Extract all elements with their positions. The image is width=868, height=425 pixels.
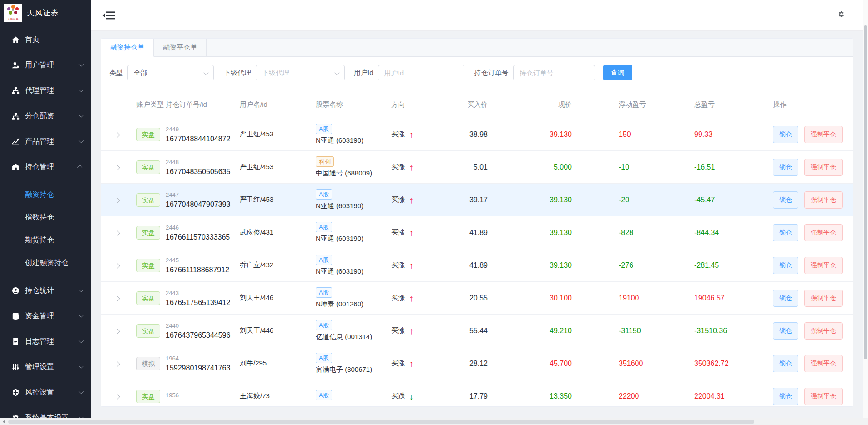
chevron-down-icon — [79, 415, 84, 418]
sidebar-item-product-management[interactable]: 产品管理 — [0, 129, 91, 154]
type-select-value: 全部 — [134, 69, 147, 77]
lock-position-button[interactable]: 锁仓 — [773, 257, 798, 274]
force-close-button[interactable]: 强制平仓 — [804, 355, 843, 372]
force-close-button[interactable]: 强制平仓 — [804, 290, 843, 307]
lock-position-button[interactable]: 锁仓 — [773, 159, 798, 176]
force-close-button[interactable]: 强制平仓 — [804, 159, 843, 176]
column-header: 持仓订单号/id — [166, 100, 240, 110]
lock-position-button[interactable]: 锁仓 — [773, 322, 798, 340]
floating-pl: 19100 — [572, 294, 691, 302]
table-row: 实盘 2449 1677048844104872 严卫红/453 A股 N亚通 … — [101, 118, 853, 150]
force-close-button[interactable]: 强制平仓 — [804, 191, 843, 209]
expand-row-icon[interactable] — [115, 165, 120, 170]
user-name-id: 刘天王/446 — [240, 326, 316, 335]
user-name-id: 武应俊/431 — [240, 228, 316, 237]
user-id-input[interactable] — [378, 65, 464, 80]
total-pl: -45.47 — [691, 196, 767, 204]
table-row: 实盘 2446 1676611570333365 武应俊/431 A股 N亚通 … — [101, 216, 853, 249]
direction-arrow-icon: ↑ — [409, 130, 414, 139]
column-header: 账户类型 — [136, 100, 166, 110]
sidebar-item-funds-management[interactable]: 资金管理 — [0, 303, 91, 329]
sidebar-item-allocation[interactable]: 分仓配资 — [0, 103, 91, 129]
order-no-input[interactable] — [513, 65, 595, 80]
agent-select[interactable]: 下级代理 — [256, 65, 345, 80]
order-no: 2446 — [166, 224, 240, 231]
chevron-down-icon — [79, 364, 84, 369]
expand-row-icon[interactable] — [115, 230, 120, 235]
stock-name: N亚通 (603190) — [316, 202, 363, 210]
buy-price: 41.89 — [454, 261, 488, 270]
collapse-sidebar-icon[interactable] — [102, 10, 115, 21]
tab-financing-holdings[interactable]: 融资持仓单 — [101, 39, 154, 57]
sidebar-subitem-index-position[interactable]: 指数持仓 — [0, 206, 91, 229]
current-price: 39.130 — [488, 196, 572, 204]
lock-position-button[interactable]: 锁仓 — [773, 355, 798, 372]
sidebar-subitem-futures-position[interactable]: 期货持仓 — [0, 229, 91, 251]
expand-row-icon[interactable] — [115, 296, 120, 301]
log-icon — [12, 338, 20, 345]
sidebar-subitem-label: 创建融资持仓 — [25, 258, 69, 268]
expand-row-icon[interactable] — [115, 263, 120, 268]
lock-position-button[interactable]: 锁仓 — [773, 191, 798, 209]
scroll-left-icon[interactable] — [0, 418, 7, 425]
sidebar-item-log-management[interactable]: 日志管理 — [0, 329, 91, 354]
sidebar-submenu: 融资持仓 指数持仓 期货持仓 创建融资持仓 — [0, 180, 91, 278]
current-price: 39.130 — [488, 130, 572, 139]
sidebar-item-agent-management[interactable]: 代理管理 — [0, 78, 91, 103]
table-row: 实盘 2448 1677048350505635 严卫红/453 科创 中国通号… — [101, 150, 853, 183]
total-pl: 22004.31 — [691, 392, 767, 400]
vertical-scrollbar[interactable] — [863, 0, 868, 418]
sidebar-item-home[interactable]: 首页 — [0, 27, 91, 52]
sidebar-item-user-management[interactable]: 用户管理 — [0, 52, 91, 78]
sidebar-item-label: 持仓管理 — [25, 162, 54, 172]
sidebar-item-risk-settings[interactable]: 风控设置 — [0, 380, 91, 405]
lock-position-button[interactable]: 锁仓 — [773, 126, 798, 143]
search-button[interactable]: 查询 — [603, 65, 632, 80]
stock-name: 富满电子 (300671) — [316, 365, 372, 374]
direction-label: 买涨 — [391, 359, 405, 368]
buy-price: 20.55 — [454, 294, 488, 302]
force-close-button[interactable]: 强制平仓 — [804, 126, 843, 143]
lock-position-button[interactable]: 锁仓 — [773, 290, 798, 307]
settings-icon[interactable] — [838, 11, 845, 18]
type-select[interactable]: 全部 — [127, 65, 214, 80]
order-no: 2447 — [166, 191, 240, 198]
force-close-button[interactable]: 强制平仓 — [804, 257, 843, 274]
stock-name: N亚通 (603190) — [316, 235, 363, 243]
expand-row-icon[interactable] — [115, 361, 120, 366]
force-close-button[interactable]: 强制平仓 — [804, 388, 843, 405]
market-tag: A股 — [316, 189, 332, 200]
account-type-badge: 实盘 — [136, 390, 160, 403]
sidebar-item-position-management[interactable]: 持仓管理 — [0, 154, 91, 180]
funds-icon — [12, 312, 20, 320]
direction-label: 买涨 — [391, 130, 405, 139]
total-pl: 350362.72 — [691, 360, 767, 368]
column-header: 现价 — [488, 100, 572, 110]
sidebar-item-label: 用户管理 — [25, 60, 54, 70]
lock-position-button[interactable]: 锁仓 — [773, 224, 798, 241]
expand-row-icon[interactable] — [115, 329, 120, 334]
force-close-button[interactable]: 强制平仓 — [804, 224, 843, 241]
tab-financing-closed[interactable]: 融资平仓单 — [154, 39, 207, 56]
sidebar-subitem-create-financing-position[interactable]: 创建融资持仓 — [0, 251, 91, 274]
order-no: 1964 — [166, 355, 240, 362]
market-tag: A股 — [316, 124, 332, 134]
app-window: 天风证券 天风证券 首页 用户管理 代理管理 分仓配资 产品管理 持仓管理 融资… — [0, 0, 868, 425]
horizontal-scrollbar-thumb[interactable] — [8, 420, 754, 424]
table-row: 实盘 2443 1676517565139412 刘天王/446 A股 N坤泰 … — [101, 281, 853, 314]
account-type-badge: 实盘 — [136, 291, 160, 305]
sidebar-item-admin-settings[interactable]: 管理设置 — [0, 354, 91, 380]
horizontal-scrollbar[interactable] — [0, 418, 868, 425]
expand-row-icon[interactable] — [115, 132, 120, 137]
sidebar-item-position-stats[interactable]: 持仓统计 — [0, 278, 91, 303]
chevron-down-icon — [79, 62, 84, 67]
expand-row-icon[interactable] — [115, 198, 120, 203]
force-close-button[interactable]: 强制平仓 — [804, 322, 843, 340]
lock-position-button[interactable]: 锁仓 — [773, 388, 798, 405]
vertical-scrollbar-thumb[interactable] — [864, 25, 867, 359]
chevron-down-icon — [79, 313, 84, 318]
user-name-id: 严卫红/453 — [240, 163, 316, 171]
sidebar-item-system-settings[interactable]: 系统基本设置 — [0, 405, 91, 418]
expand-row-icon[interactable] — [115, 394, 120, 399]
sidebar-subitem-financing-position[interactable]: 融资持仓 — [0, 183, 91, 206]
